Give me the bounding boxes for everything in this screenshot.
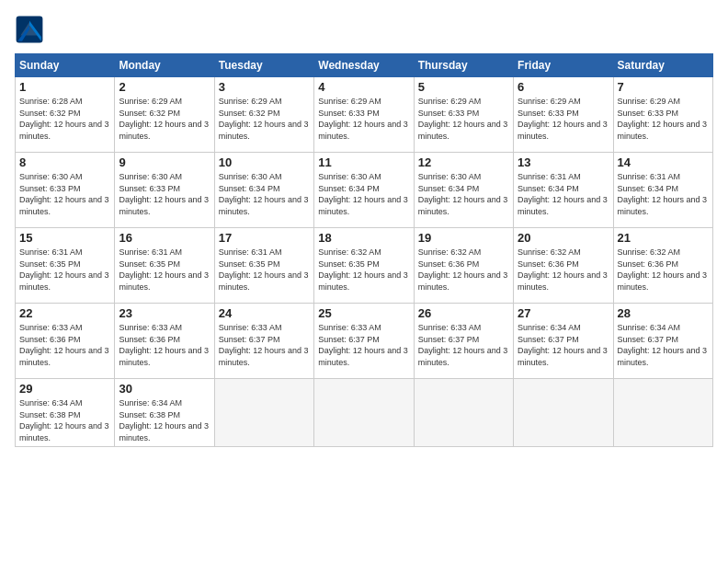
sunset-label: Sunset: 6:36 PM [618, 259, 679, 269]
calendar-cell: 8 Sunrise: 6:30 AM Sunset: 6:33 PM Dayli… [16, 153, 115, 228]
daylight-label: Daylight: 12 hours and 3 minutes. [318, 120, 408, 141]
daylight-label: Daylight: 12 hours and 3 minutes. [219, 346, 309, 367]
calendar-cell: 20 Sunrise: 6:32 AM Sunset: 6:36 PM Dayl… [514, 228, 613, 304]
sunrise-label: Sunrise: 6:30 AM [119, 172, 182, 181]
day-number: 21 [618, 231, 709, 245]
logo-icon [15, 15, 44, 44]
daylight-label: Daylight: 12 hours and 3 minutes. [219, 195, 309, 216]
sunrise-label: Sunrise: 6:29 AM [318, 97, 381, 106]
sunset-label: Sunset: 6:32 PM [219, 109, 280, 118]
sunrise-label: Sunrise: 6:32 AM [318, 247, 381, 257]
sunset-label: Sunset: 6:33 PM [19, 184, 81, 193]
daylight-label: Daylight: 12 hours and 3 minutes. [618, 120, 708, 141]
sunrise-label: Sunrise: 6:33 AM [19, 323, 83, 332]
day-number: 29 [19, 382, 110, 396]
daylight-label: Daylight: 12 hours and 3 minutes. [119, 195, 209, 216]
header-thursday: Thursday [414, 54, 513, 77]
sunrise-label: Sunrise: 6:31 AM [219, 247, 282, 257]
calendar-cell [514, 379, 613, 447]
sunset-label: Sunset: 6:34 PM [518, 184, 579, 193]
day-number: 4 [318, 80, 409, 94]
day-number: 23 [119, 306, 210, 320]
calendar-table: SundayMondayTuesdayWednesdayThursdayFrid… [15, 53, 713, 447]
calendar-week-5: 29 Sunrise: 6:34 AM Sunset: 6:38 PM Dayl… [16, 379, 713, 447]
day-number: 27 [518, 306, 609, 320]
day-info: Sunrise: 6:30 AM Sunset: 6:33 PM Dayligh… [19, 171, 110, 217]
calendar-cell: 18 Sunrise: 6:32 AM Sunset: 6:35 PM Dayl… [314, 228, 414, 304]
day-number: 10 [219, 155, 310, 169]
sunrise-label: Sunrise: 6:29 AM [518, 97, 581, 106]
daylight-label: Daylight: 12 hours and 3 minutes. [119, 270, 209, 292]
daylight-label: Daylight: 12 hours and 3 minutes. [19, 421, 109, 442]
day-info: Sunrise: 6:31 AM Sunset: 6:34 PM Dayligh… [518, 171, 609, 217]
day-info: Sunrise: 6:31 AM Sunset: 6:34 PM Dayligh… [618, 171, 709, 217]
day-info: Sunrise: 6:33 AM Sunset: 6:36 PM Dayligh… [119, 322, 210, 368]
sunrise-label: Sunrise: 6:29 AM [418, 97, 482, 106]
day-number: 15 [19, 231, 110, 245]
daylight-label: Daylight: 12 hours and 3 minutes. [318, 270, 408, 292]
day-info: Sunrise: 6:32 AM Sunset: 6:36 PM Dayligh… [418, 247, 509, 293]
day-info: Sunrise: 6:32 AM Sunset: 6:36 PM Dayligh… [518, 247, 609, 293]
sunrise-label: Sunrise: 6:34 AM [618, 323, 681, 332]
day-number: 12 [418, 155, 509, 169]
sunset-label: Sunset: 6:36 PM [19, 335, 81, 344]
sunrise-label: Sunrise: 6:29 AM [219, 97, 282, 106]
header-friday: Friday [514, 54, 613, 77]
day-number: 20 [518, 231, 609, 245]
sunset-label: Sunset: 6:35 PM [19, 259, 81, 269]
sunset-label: Sunset: 6:37 PM [618, 335, 679, 344]
header-sunday: Sunday [16, 54, 115, 77]
daylight-label: Daylight: 12 hours and 3 minutes. [618, 346, 708, 367]
day-info: Sunrise: 6:33 AM Sunset: 6:37 PM Dayligh… [318, 322, 409, 368]
day-number: 30 [119, 382, 210, 396]
sunrise-label: Sunrise: 6:34 AM [518, 323, 581, 332]
sunrise-label: Sunrise: 6:31 AM [518, 172, 581, 181]
day-number: 25 [318, 306, 409, 320]
calendar-cell [414, 379, 513, 447]
calendar-cell: 17 Sunrise: 6:31 AM Sunset: 6:35 PM Dayl… [214, 228, 313, 304]
calendar-cell [214, 379, 313, 447]
calendar-cell: 30 Sunrise: 6:34 AM Sunset: 6:38 PM Dayl… [115, 379, 214, 447]
calendar-week-2: 8 Sunrise: 6:30 AM Sunset: 6:33 PM Dayli… [16, 153, 713, 228]
header [15, 15, 713, 44]
sunset-label: Sunset: 6:34 PM [318, 184, 380, 193]
day-info: Sunrise: 6:32 AM Sunset: 6:36 PM Dayligh… [618, 247, 709, 293]
calendar-cell: 24 Sunrise: 6:33 AM Sunset: 6:37 PM Dayl… [214, 304, 313, 379]
calendar-cell: 4 Sunrise: 6:29 AM Sunset: 6:33 PM Dayli… [314, 77, 414, 153]
calendar-cell: 15 Sunrise: 6:31 AM Sunset: 6:35 PM Dayl… [16, 228, 115, 304]
daylight-label: Daylight: 12 hours and 3 minutes. [618, 195, 708, 216]
day-info: Sunrise: 6:34 AM Sunset: 6:37 PM Dayligh… [518, 322, 609, 368]
calendar-cell: 16 Sunrise: 6:31 AM Sunset: 6:35 PM Dayl… [115, 228, 214, 304]
sunset-label: Sunset: 6:35 PM [318, 259, 380, 269]
sunrise-label: Sunrise: 6:29 AM [119, 97, 182, 106]
day-number: 13 [518, 155, 609, 169]
day-number: 24 [219, 306, 310, 320]
sunset-label: Sunset: 6:33 PM [119, 184, 180, 193]
sunrise-label: Sunrise: 6:28 AM [19, 97, 83, 106]
calendar-cell: 2 Sunrise: 6:29 AM Sunset: 6:32 PM Dayli… [115, 77, 214, 153]
calendar-cell: 29 Sunrise: 6:34 AM Sunset: 6:38 PM Dayl… [16, 379, 115, 447]
sunrise-label: Sunrise: 6:30 AM [219, 172, 282, 181]
day-number: 28 [618, 306, 709, 320]
daylight-label: Daylight: 12 hours and 3 minutes. [19, 195, 109, 216]
daylight-label: Daylight: 12 hours and 3 minutes. [119, 421, 209, 442]
sunrise-label: Sunrise: 6:32 AM [518, 247, 581, 257]
header-tuesday: Tuesday [214, 54, 313, 77]
day-info: Sunrise: 6:31 AM Sunset: 6:35 PM Dayligh… [19, 247, 110, 293]
sunset-label: Sunset: 6:32 PM [19, 109, 81, 118]
daylight-label: Daylight: 12 hours and 3 minutes. [418, 120, 508, 141]
calendar-cell: 26 Sunrise: 6:33 AM Sunset: 6:37 PM Dayl… [414, 304, 513, 379]
day-number: 11 [318, 155, 409, 169]
day-info: Sunrise: 6:30 AM Sunset: 6:34 PM Dayligh… [318, 171, 409, 217]
day-info: Sunrise: 6:29 AM Sunset: 6:33 PM Dayligh… [418, 96, 509, 142]
day-info: Sunrise: 6:30 AM Sunset: 6:33 PM Dayligh… [119, 171, 210, 217]
day-number: 7 [618, 80, 709, 94]
sunrise-label: Sunrise: 6:31 AM [119, 247, 182, 257]
day-number: 26 [418, 306, 509, 320]
daylight-label: Daylight: 12 hours and 3 minutes. [418, 270, 508, 292]
calendar-cell: 6 Sunrise: 6:29 AM Sunset: 6:33 PM Dayli… [514, 77, 613, 153]
sunrise-label: Sunrise: 6:34 AM [19, 398, 83, 408]
sunset-label: Sunset: 6:34 PM [418, 184, 480, 193]
sunset-label: Sunset: 6:38 PM [119, 410, 180, 419]
sunset-label: Sunset: 6:38 PM [19, 410, 81, 419]
